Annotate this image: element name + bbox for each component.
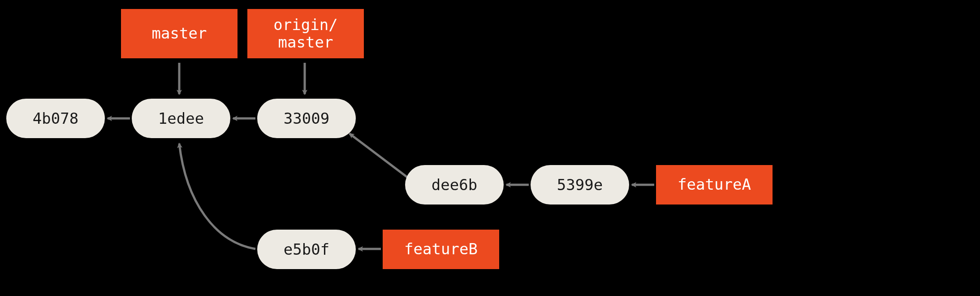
commit-dee6b: dee6b: [405, 165, 504, 205]
commit-1edee: 1edee: [132, 99, 230, 138]
branch-origin-master: origin/ master: [247, 9, 364, 58]
branch-featureB: featureB: [383, 230, 499, 269]
branch-master: master: [121, 9, 237, 58]
commit-4b078: 4b078: [6, 99, 105, 138]
git-graph-diagram: master origin/ master 4b078 1edee 33009 …: [0, 0, 980, 296]
edge-c4-c3: [350, 134, 408, 178]
commit-5399e: 5399e: [531, 165, 629, 205]
commit-33009: 33009: [257, 99, 356, 138]
edge-c6-c2: [179, 144, 255, 249]
branch-featureA: featureA: [656, 165, 773, 205]
commit-e5b0f: e5b0f: [257, 230, 356, 269]
